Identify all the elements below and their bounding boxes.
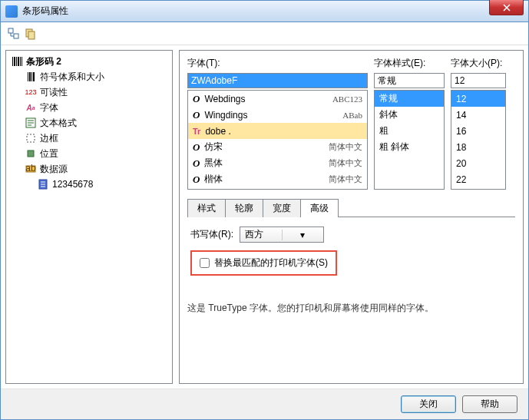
opentype-icon: O: [193, 93, 200, 105]
font-item[interactable]: Trdobe .: [188, 123, 367, 139]
size-item[interactable]: 20: [451, 155, 505, 171]
tool-select-icon[interactable]: [7, 27, 21, 41]
tree-label: 文本格式: [40, 117, 77, 130]
font-listbox[interactable]: OWebdingsABC123 OWingdingsABab Trdobe . …: [187, 90, 368, 190]
tool-copy-icon[interactable]: [24, 27, 38, 41]
close-dialog-button[interactable]: 关闭: [401, 395, 456, 413]
style-item[interactable]: 常规: [375, 91, 444, 107]
textformat-icon: [25, 117, 37, 129]
substitute-checkbox[interactable]: [200, 258, 210, 268]
font-preview: ABC123: [332, 94, 362, 104]
opentype-icon: O: [193, 157, 200, 170]
style-listbox[interactable]: 常规 斜体 粗 粗 斜体: [374, 90, 445, 190]
substitute-label: 替换最匹配的打印机字体(S): [214, 256, 328, 270]
tree-root[interactable]: 条形码 2: [8, 54, 170, 69]
style-item[interactable]: 粗 斜体: [375, 139, 444, 155]
title-bar: 条形码属性: [1, 1, 528, 22]
help-button[interactable]: 帮助: [462, 395, 517, 413]
tree-item-border[interactable]: 边框: [8, 131, 170, 146]
font-preview: 简体中文: [329, 157, 362, 169]
window-title: 条形码属性: [22, 5, 528, 18]
svg-rect-6: [28, 150, 34, 157]
info-text: 这是 TrueType 字体。您的打印机和屏幕将使用同样的字体。: [187, 302, 515, 315]
svg-rect-0: [8, 28, 13, 33]
dialog-buttons: 关闭 帮助: [1, 389, 528, 419]
script-label: 书写体(R):: [190, 228, 233, 241]
script-value: 西方: [240, 228, 282, 241]
truetype-icon: Tr: [193, 127, 200, 136]
tab-bar: 样式 轮廓 宽度 高级: [187, 199, 515, 217]
size-item[interactable]: 22: [451, 171, 505, 187]
font-input[interactable]: [187, 73, 368, 88]
size-item[interactable]: 18: [451, 139, 505, 155]
tree-item-readability[interactable]: 123 可读性: [8, 84, 170, 100]
tree-item-position[interactable]: 位置: [8, 146, 170, 161]
svg-text:ab: ab: [25, 164, 36, 174]
close-icon: [503, 4, 511, 12]
tree-label: 位置: [40, 147, 58, 160]
font-icon: Aa: [25, 101, 37, 114]
tree-item-datasource[interactable]: ab 数据源: [8, 161, 170, 177]
size-input[interactable]: [451, 73, 506, 88]
opentype-icon: O: [193, 174, 200, 186]
font-item[interactable]: O楷体简体中文: [188, 171, 367, 187]
svg-rect-3: [28, 31, 35, 39]
font-item[interactable]: OWebdingsABC123: [188, 91, 367, 107]
dropdown-arrow-icon: ▾: [282, 230, 324, 240]
font-preview: 简体中文: [329, 174, 362, 185]
tree-item-font[interactable]: Aa 字体: [8, 100, 170, 115]
number-icon: 123: [25, 86, 37, 98]
tab-outline[interactable]: 轮廓: [225, 199, 263, 217]
barcode-icon: [25, 71, 37, 83]
highlight-region: 替换最匹配的打印机字体(S): [190, 250, 337, 276]
barcode-icon: [11, 55, 23, 68]
style-item[interactable]: 粗: [375, 123, 444, 139]
font-item[interactable]: O黑体简体中文: [188, 155, 367, 171]
tree-label: 边框: [40, 132, 58, 145]
size-item[interactable]: 16: [451, 123, 505, 139]
datasource-icon: ab: [25, 163, 37, 175]
tree-label: 数据源: [40, 163, 68, 176]
font-item[interactable]: OWingdingsABab: [188, 107, 367, 123]
tree-label: 字体: [40, 101, 58, 114]
toolbar: [1, 22, 528, 45]
position-icon: [25, 147, 37, 160]
size-listbox[interactable]: 12 14 16 18 20 22: [451, 90, 506, 190]
tree-label: 可读性: [40, 86, 68, 99]
opentype-icon: O: [193, 141, 200, 154]
font-item[interactable]: O仿宋简体中文: [188, 139, 367, 155]
property-tree[interactable]: 条形码 2 符号体系和大小 123 可读性 Aa 字体 文本格式 边框 位置 a…: [5, 50, 173, 384]
tree-label: 12345678: [52, 179, 93, 190]
tree-item-textformat[interactable]: 文本格式: [8, 115, 170, 131]
opentype-icon: O: [193, 109, 200, 121]
data-icon: [37, 178, 49, 190]
font-preview: 简体中文: [329, 141, 362, 153]
close-button[interactable]: [489, 0, 524, 15]
svg-rect-1: [14, 34, 18, 38]
tab-advanced[interactable]: 高级: [300, 199, 339, 217]
tab-style[interactable]: 样式: [187, 199, 226, 217]
size-label: 字体大小(P):: [451, 57, 506, 70]
font-panel: 字体(T): OWebdingsABC123 OWingdingsABab Tr…: [179, 50, 524, 384]
script-combobox[interactable]: 西方 ▾: [240, 227, 324, 243]
tree-label: 符号体系和大小: [40, 71, 104, 84]
size-item[interactable]: 14: [451, 107, 505, 123]
font-preview: ABab: [342, 111, 362, 120]
style-item[interactable]: 斜体: [375, 107, 444, 123]
tab-content-advanced: 书写体(R): 西方 ▾ 替换最匹配的打印机字体(S): [187, 217, 515, 285]
tree-root-label: 条形码 2: [26, 55, 61, 68]
tree-item-data-value[interactable]: 12345678: [8, 177, 170, 192]
font-label: 字体(T):: [187, 57, 368, 70]
style-label: 字体样式(E):: [374, 57, 445, 70]
tab-width[interactable]: 宽度: [263, 199, 301, 217]
style-input[interactable]: [374, 73, 445, 88]
tree-item-symbology[interactable]: 符号体系和大小: [8, 69, 170, 84]
app-icon: [5, 5, 18, 18]
svg-rect-5: [27, 134, 35, 142]
size-item[interactable]: 12: [451, 91, 505, 107]
border-icon: [25, 132, 37, 144]
